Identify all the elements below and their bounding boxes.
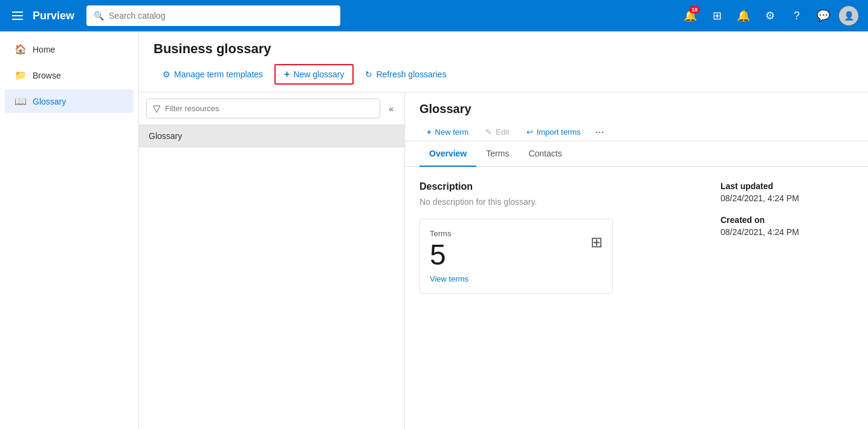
import-terms-button[interactable]: ↩ Import terms [519,124,588,140]
home-icon: 🏠 [15,44,27,55]
new-term-button[interactable]: + New term [419,124,476,140]
settings-button[interactable]: ⚙ [759,5,781,27]
right-panel-toolbar: + New term ✎ Edit ↩ Import terms ··· [419,123,853,141]
terms-card-inner: Terms 5 View terms [430,229,468,283]
new-term-label: New term [435,127,469,137]
bell-button[interactable]: 🔔 [733,5,754,27]
tab-terms[interactable]: Terms [476,141,519,167]
glossary-icon: 📖 [15,95,27,107]
manage-templates-label: Manage term templates [174,69,263,79]
manage-templates-icon: ⚙ [163,69,170,79]
import-icon: ↩ [526,127,533,137]
import-terms-label: Import terms [537,127,581,137]
content-area: Business glossary ⚙ Manage term template… [139,31,868,429]
description-text: No description for this glossary. [419,197,696,207]
page-toolbar: ⚙ Manage term templates + New glossary ↻… [154,64,853,92]
sidebar-item-home-label: Home [33,45,55,54]
last-updated-label: Last updated [721,181,853,191]
right-panel-header: Glossary + New term ✎ Edit ↩ Import term [405,92,868,141]
sidebar-item-glossary[interactable]: 📖 Glossary [5,89,134,113]
last-updated-value: 08/24/2021, 4:24 PM [721,193,853,203]
right-panel: Glossary + New term ✎ Edit ↩ Import term [405,92,868,429]
sidebar: 🏠 Home 📁 Browse 📖 Glossary [0,31,139,429]
grid-button[interactable]: ⊞ [706,5,728,27]
created-on-label: Created on [721,215,853,225]
search-bar: 🔍 [86,5,340,26]
split-pane: ▽ « Glossary Glossary + New term [139,92,868,429]
description-title: Description [419,181,696,192]
view-terms-link[interactable]: View terms [430,274,468,283]
detail-right: Last updated 08/24/2021, 4:24 PM Created… [721,181,853,294]
topnav-icons: 🔔 18 ⊞ 🔔 ⚙ ? 💬 👤 [679,5,858,27]
detail-left: Description No description for this glos… [419,181,696,294]
main-layout: 🏠 Home 📁 Browse 📖 Glossary Business glos… [0,31,868,429]
refresh-icon: ↻ [365,69,372,79]
new-glossary-button[interactable]: + New glossary [274,64,354,85]
top-navigation: Purview 🔍 🔔 18 ⊞ 🔔 ⚙ ? 💬 👤 [0,0,868,31]
search-input[interactable] [109,11,333,21]
tabs: Overview Terms Contacts [405,141,868,167]
tab-contacts[interactable]: Contacts [519,141,571,167]
edit-label: Edit [496,127,509,137]
page-header: Business glossary ⚙ Manage term template… [139,31,868,92]
detail-content: Description No description for this glos… [405,167,868,308]
more-options-button[interactable]: ··· [591,123,609,141]
notifications-button[interactable]: 🔔 18 [679,5,701,27]
app-logo: Purview [33,10,74,22]
plus-icon: + [284,69,290,80]
new-glossary-label: New glossary [293,69,344,79]
sidebar-item-glossary-label: Glossary [33,97,66,106]
tab-overview[interactable]: Overview [419,141,476,167]
sidebar-item-home[interactable]: 🏠 Home [5,37,134,61]
filter-icon: ▽ [153,103,160,114]
search-icon: 🔍 [94,11,104,21]
edit-icon: ✎ [485,127,492,137]
table-grid-icon: ⊞ [591,234,603,251]
notification-badge: 18 [689,6,700,13]
hamburger-menu[interactable] [10,9,25,22]
new-term-plus-icon: + [427,127,432,137]
manage-term-templates-button[interactable]: ⚙ Manage term templates [154,65,272,83]
right-panel-title: Glossary [419,102,853,116]
terms-card-count: 5 [430,240,468,269]
terms-card-label: Terms [430,229,468,238]
collapse-left-panel-button[interactable]: « [385,102,397,116]
refresh-glossaries-button[interactable]: ↻ Refresh glossaries [356,65,455,83]
sidebar-item-browse-label: Browse [33,71,61,80]
feedback-button[interactable]: 💬 [812,5,834,27]
refresh-glossaries-label: Refresh glossaries [376,69,446,79]
filter-resources-input[interactable] [165,104,374,113]
page-title: Business glossary [154,41,853,57]
filter-input-wrap: ▽ [146,98,380,118]
browse-icon: 📁 [15,69,27,81]
sidebar-item-browse[interactable]: 📁 Browse [5,63,134,87]
edit-button[interactable]: ✎ Edit [478,124,516,140]
avatar[interactable]: 👤 [839,6,858,25]
help-button[interactable]: ? [786,5,808,27]
created-on-value: 08/24/2021, 4:24 PM [721,227,853,237]
glossary-list-item[interactable]: Glossary [139,125,404,147]
left-panel: ▽ « Glossary [139,92,405,429]
filter-bar: ▽ « [139,92,404,125]
terms-card: Terms 5 View terms ⊞ [419,219,613,294]
